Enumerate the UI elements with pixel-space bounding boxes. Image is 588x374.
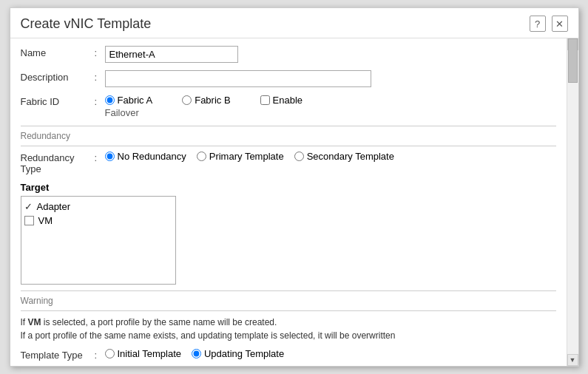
target-section-title: Target [21, 182, 556, 193]
fabric-a-radio-item[interactable]: Fabric A [105, 95, 153, 106]
fabric-id-row: Fabric ID : Fabric A Fabric B [21, 95, 556, 118]
warning-section: Warning If VM is selected, a port profil… [21, 290, 556, 342]
template-type-colon: : [95, 348, 105, 361]
primary-template-label: Primary Template [209, 151, 284, 162]
help-button[interactable]: ? [530, 16, 546, 32]
updating-template-radio-item[interactable]: Updating Template [192, 348, 284, 359]
redundancy-divider2 [21, 146, 556, 146]
enable-checkbox-item[interactable]: Enable [260, 95, 303, 106]
vm-label: VM [38, 215, 53, 226]
secondary-template-label: Secondary Template [307, 151, 394, 162]
redundancy-section-label: Redundancy [21, 131, 556, 141]
enable-checkbox[interactable] [260, 95, 270, 105]
initial-template-radio[interactable] [105, 349, 115, 358]
scrollbar-down-arrow[interactable]: ▼ [567, 354, 578, 366]
no-redundancy-radio[interactable] [105, 152, 115, 161]
fabric-row: Fabric A Fabric B Enable [105, 95, 556, 106]
warning-line1: If VM is selected, a port profile by the… [21, 316, 556, 329]
name-control [105, 46, 556, 63]
adapter-item: ✓ Adapter [24, 200, 172, 214]
secondary-template-radio[interactable] [294, 152, 304, 161]
name-label: Name [21, 46, 95, 58]
dialog-body: Name : Description : Fabric ID : [10, 38, 578, 366]
redundancy-divider [21, 126, 556, 126]
template-type-row: Template Type : Initial Template Updatin… [21, 348, 556, 361]
failover-row: Failover [105, 107, 556, 118]
warning-text: If VM is selected, a port profile by the… [21, 316, 556, 342]
warning-divider2 [21, 310, 556, 311]
description-row: Description : [21, 70, 556, 87]
name-input[interactable] [105, 46, 238, 63]
fabric-b-label: Fabric B [195, 95, 230, 106]
fabric-id-control: Fabric A Fabric B Enable Failover [105, 95, 556, 118]
vm-item: VM [24, 214, 172, 228]
failover-label: Failover [105, 107, 139, 118]
target-box: ✓ Adapter VM [21, 196, 176, 285]
fabric-b-radio-item[interactable]: Fabric B [182, 95, 230, 106]
warning-line1-post: is selected, a port profile by the same … [41, 317, 277, 327]
header-icons: ? ✕ [530, 16, 568, 32]
dialog-title: Create vNIC Template [21, 16, 152, 32]
adapter-checkmark: ✓ [24, 201, 33, 212]
enable-label: Enable [273, 95, 303, 106]
description-label: Description [21, 70, 95, 83]
name-colon: : [95, 46, 105, 58]
redundancy-type-label: Redundancy Type [21, 151, 95, 174]
redundancy-type-row: Redundancy Type : No Redundancy Primary … [21, 151, 556, 174]
create-vnic-template-dialog: Create vNIC Template ? ✕ Name : Descript… [10, 7, 579, 367]
template-type-control: Initial Template Updating Template [105, 348, 556, 359]
template-type-radio-group: Initial Template Updating Template [105, 348, 556, 359]
primary-template-radio[interactable] [197, 152, 206, 161]
secondary-template-radio-item[interactable]: Secondary Template [294, 151, 394, 162]
warning-divider [21, 290, 556, 291]
no-redundancy-radio-item[interactable]: No Redundancy [105, 151, 186, 162]
description-colon: : [95, 70, 105, 83]
fabric-id-colon: : [95, 95, 105, 107]
initial-template-label: Initial Template [118, 348, 181, 359]
vm-checkbox-box [24, 216, 34, 225]
warning-line1-pre: If [21, 317, 28, 327]
template-type-label: Template Type [21, 348, 95, 361]
fabric-id-label: Fabric ID [21, 95, 95, 107]
updating-template-label: Updating Template [204, 348, 284, 359]
scrollbar-thumb[interactable] [568, 38, 578, 83]
redundancy-type-colon: : [95, 151, 105, 163]
fabric-a-radio[interactable] [105, 95, 115, 105]
fabric-a-label: Fabric A [118, 95, 153, 106]
redundancy-radio-group: No Redundancy Primary Template Secondary… [105, 151, 556, 162]
initial-template-radio-item[interactable]: Initial Template [105, 348, 181, 359]
warning-section-label: Warning [21, 296, 556, 306]
dialog-header: Create vNIC Template ? ✕ [10, 8, 578, 38]
primary-template-radio-item[interactable]: Primary Template [197, 151, 284, 162]
description-input[interactable] [105, 70, 371, 87]
dialog-content: Name : Description : Fabric ID : [10, 38, 567, 366]
redundancy-type-control: No Redundancy Primary Template Secondary… [105, 151, 556, 162]
warning-line1-bold: VM [28, 317, 41, 327]
warning-line2: If a port profile of the same name exist… [21, 329, 556, 342]
close-button[interactable]: ✕ [552, 16, 568, 32]
description-control [105, 70, 556, 87]
fabric-b-radio[interactable] [182, 95, 192, 105]
no-redundancy-label: No Redundancy [118, 151, 186, 162]
name-row: Name : [21, 46, 556, 63]
scrollbar[interactable]: ▲ ▼ [567, 38, 578, 366]
updating-template-radio[interactable] [192, 349, 201, 358]
adapter-label: Adapter [37, 201, 71, 212]
